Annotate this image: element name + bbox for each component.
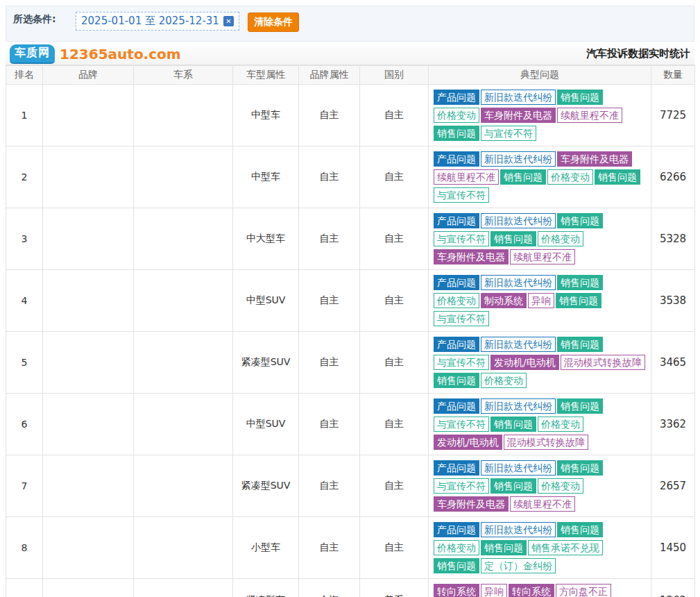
issue-tag[interactable]: 价格变动 [538,417,583,432]
issue-tag[interactable]: 与宣传不符 [434,231,489,246]
issue-tag[interactable]: 产品问题 [434,213,479,228]
typical-issues-cell: 产品问题新旧款迭代纠纷销售问题与宣传不符销售问题价格变动车身附件及电器续航里程不… [429,208,651,270]
issue-tag[interactable]: 销售问题 [557,213,603,228]
model-type-cell: 中型车 [233,146,299,208]
issue-tag[interactable]: 异响 [528,293,554,308]
issue-tag[interactable]: 与宣传不符 [434,187,489,203]
issue-tag[interactable]: 续航里程不准 [434,169,499,185]
issue-tag[interactable]: 产品问题 [434,460,479,476]
issue-tag[interactable]: 续航里程不准 [557,108,622,123]
country-cell: 自主 [360,394,429,455]
issue-tag[interactable]: 定（订）金纠纷 [481,558,556,573]
issue-tag[interactable]: 销售问题 [557,275,603,290]
series-cell [134,455,233,517]
issue-tag[interactable]: 销售问题 [434,126,479,141]
column-header: 典型问题 [429,66,651,85]
date-range-filter-chip[interactable]: 2025-01-01 至 2025-12-31 ✕ [76,12,239,31]
issue-tag[interactable]: 与宣传不符 [481,126,536,141]
issue-tag[interactable]: 产品问题 [434,522,479,537]
issue-tag[interactable]: 新旧款迭代纠纷 [481,398,556,414]
issue-tag[interactable]: 转向系统 [509,584,554,597]
issue-tag[interactable]: 新旧款迭代纠纷 [481,522,556,537]
issue-tag[interactable]: 新旧款迭代纠纷 [481,275,556,290]
issue-tag[interactable]: 转向系统 [434,584,479,597]
brand-type-cell: 自主 [299,208,360,270]
issue-tag[interactable]: 价格变动 [547,169,593,185]
issue-tag[interactable]: 销售问题 [557,398,603,414]
issue-tag[interactable]: 与宣传不符 [434,311,489,326]
brand-cell [43,394,134,455]
issue-tag[interactable]: 与宣传不符 [434,478,489,494]
brand-cell [43,85,134,146]
brand-type-cell: 合资 [299,579,360,597]
issue-tag[interactable]: 销售问题 [557,90,603,105]
issue-tag[interactable]: 销售问题 [490,478,536,494]
issue-tag[interactable]: 产品问题 [434,337,479,352]
clear-filters-button[interactable]: 清除条件 [248,12,299,32]
brand-cell [43,146,134,208]
issue-tag[interactable]: 销售问题 [490,231,536,246]
issue-tag[interactable]: 产品问题 [434,275,479,290]
rank-cell: 3 [6,208,43,270]
issue-tag[interactable]: 价格变动 [538,478,583,494]
complaint-count-cell: 6266 [651,146,695,208]
issue-tag[interactable]: 销售问题 [490,417,536,432]
typical-issues-cell: 产品问题新旧款迭代纠纷销售问题价格变动制动系统异响销售问题与宣传不符 [429,270,651,332]
rank-cell: 8 [6,517,43,579]
issue-tag[interactable]: 价格变动 [434,293,479,308]
rank-cell: 6 [6,394,43,455]
model-type-cell: 紧凑型SUV [233,455,299,517]
issue-tag[interactable]: 发动机/电动机 [490,355,559,370]
issue-tag[interactable]: 产品问题 [434,151,479,167]
issue-tag[interactable]: 车身附件及电器 [434,496,509,512]
issue-tag[interactable]: 异响 [481,584,507,597]
issue-tag[interactable]: 新旧款迭代纠纷 [481,90,556,105]
country-cell: 自主 [360,332,429,394]
issue-tag[interactable]: 与宣传不符 [434,355,489,370]
issue-tag[interactable]: 与宣传不符 [434,417,489,432]
issue-tag[interactable]: 销售问题 [481,540,527,555]
issue-tag[interactable]: 销售问题 [557,522,603,537]
issue-tag[interactable]: 销售问题 [557,337,603,352]
issue-tag[interactable]: 制动系统 [481,293,527,308]
issue-tag[interactable]: 新旧款迭代纠纷 [481,337,556,352]
logo-domain: 12365auto.com [60,46,181,62]
issue-tag[interactable]: 销售承诺不兑现 [528,540,603,555]
issue-tag[interactable]: 混动模式转换故障 [561,355,645,370]
issue-tag[interactable]: 产品问题 [434,398,479,414]
issue-tag[interactable]: 车身附件及电器 [481,108,556,123]
issue-tag[interactable]: 车身附件及电器 [557,151,632,167]
issue-tag[interactable]: 混动模式转换故障 [504,435,588,450]
page-title: 汽车投诉数据实时统计 [586,47,690,60]
issue-tag[interactable]: 销售问题 [500,169,546,185]
issue-tag[interactable]: 价格变动 [481,373,527,388]
issue-tag[interactable]: 车身附件及电器 [434,249,509,264]
brand-cell [43,208,134,270]
table-header-row: 排名品牌车系车型属性品牌属性国别典型问题数量 [6,66,695,85]
issue-tag[interactable]: 销售问题 [595,169,640,185]
issue-tag[interactable]: 价格变动 [434,108,479,123]
issue-tag[interactable]: 发动机/电动机 [434,435,502,450]
country-cell: 美系 [360,579,429,597]
model-type-cell: 中型SUV [233,394,299,455]
issue-tag[interactable]: 销售问题 [434,558,479,573]
issue-tag[interactable]: 续航里程不准 [510,249,575,264]
series-cell [134,394,233,455]
issue-tag[interactable]: 续航里程不准 [510,496,575,512]
site-logo[interactable]: 车质网 12365auto.com [10,44,181,64]
issue-tag[interactable]: 销售问题 [556,293,601,308]
issue-tag[interactable]: 新旧款迭代纠纷 [481,460,556,476]
rank-cell: 5 [6,332,43,394]
typical-issues-cell: 转向系统异响转向系统方向盘不正转向系统打方向沉重转向系统卡滞 [429,579,651,597]
issue-tag[interactable]: 价格变动 [434,540,479,555]
remove-filter-icon[interactable]: ✕ [223,16,234,26]
issue-tag[interactable]: 销售问题 [557,460,603,476]
issue-tag[interactable]: 价格变动 [538,231,583,246]
issue-tag[interactable]: 产品问题 [434,90,479,105]
issue-tag[interactable]: 方向盘不正 [556,584,611,597]
issue-tag[interactable]: 新旧款迭代纠纷 [481,151,556,167]
issue-tag[interactable]: 销售问题 [434,373,479,388]
table-row: 7紧凑型SUV自主自主产品问题新旧款迭代纠纷销售问题与宣传不符销售问题价格变动车… [6,455,695,517]
issue-tag[interactable]: 新旧款迭代纠纷 [481,213,556,228]
brand-type-cell: 自主 [299,85,360,146]
